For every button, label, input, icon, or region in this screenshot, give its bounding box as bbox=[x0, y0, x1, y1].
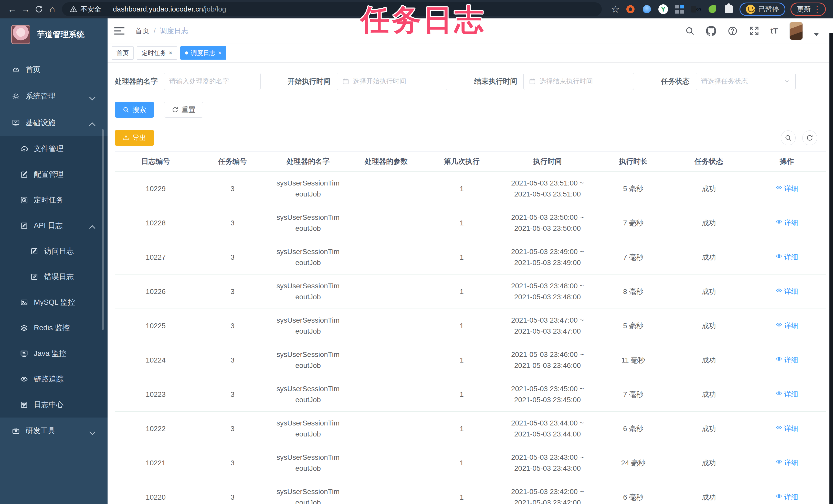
detail-link[interactable]: 详细 bbox=[776, 286, 798, 297]
help-icon[interactable] bbox=[728, 26, 738, 36]
detail-link[interactable]: 详细 bbox=[776, 355, 798, 366]
cell-status: 成功 bbox=[670, 411, 747, 446]
cell-job-id: 3 bbox=[197, 206, 268, 240]
export-button[interactable]: 导出 bbox=[115, 130, 154, 146]
filter-input[interactable] bbox=[169, 77, 255, 85]
filter-item: 处理器的名字 bbox=[115, 73, 261, 90]
forward-button[interactable]: → bbox=[19, 3, 32, 16]
filter-date-field[interactable] bbox=[337, 73, 447, 90]
sidebar-item-文件管理[interactable]: 文件管理 bbox=[0, 136, 108, 162]
reset-button[interactable]: 重置 bbox=[164, 102, 203, 118]
sidebar-item-MySQL-监控[interactable]: MySQL 监控 bbox=[0, 289, 108, 315]
reload-button[interactable] bbox=[32, 3, 46, 16]
detail-link[interactable]: 详细 bbox=[776, 252, 798, 263]
toggle-search-button[interactable] bbox=[781, 130, 795, 145]
sidebar-item-Redis-监控[interactable]: Redis 监控 bbox=[0, 315, 108, 341]
extension-icon[interactable]: Y bbox=[658, 4, 668, 14]
home-button[interactable]: ⌂ bbox=[46, 3, 59, 16]
profile-paused-chip[interactable]: 已暂停 bbox=[740, 3, 785, 16]
bookmark-star-icon[interactable]: ☆ bbox=[611, 4, 620, 15]
sidebar-toggle-icon[interactable] bbox=[114, 27, 124, 34]
cell-handler: sysUserSessionTimeoutJob bbox=[268, 308, 348, 343]
tab-定时任务[interactable]: 定时任务× bbox=[137, 46, 177, 59]
search-icon[interactable] bbox=[685, 26, 695, 36]
filter-input[interactable] bbox=[540, 77, 629, 85]
sidebar-item-首页[interactable]: 首页 bbox=[0, 56, 108, 83]
sidebar-item-系统管理[interactable]: 系统管理 bbox=[0, 83, 108, 109]
eye-icon bbox=[776, 355, 782, 366]
cell-param bbox=[348, 240, 425, 274]
sidebar-item-错误日志[interactable]: 错误日志 bbox=[0, 264, 108, 289]
address-bar[interactable]: 不安全 dashboard.yudao.iocoder.cn/job/log bbox=[62, 2, 602, 16]
cell-log-id: 10224 bbox=[115, 343, 197, 377]
font-size-icon[interactable]: tT bbox=[770, 27, 778, 35]
browser-update-button[interactable]: 更新 ⋮ bbox=[790, 3, 826, 16]
app-logo-row[interactable]: 芋道管理系统 bbox=[0, 19, 108, 51]
cell-job-id: 3 bbox=[197, 240, 268, 274]
cell-log-id: 10222 bbox=[115, 411, 197, 446]
extension-on-icon[interactable]: on bbox=[691, 4, 701, 14]
sidebar-item-定时任务[interactable]: 定时任务 bbox=[0, 187, 108, 213]
close-tab-icon[interactable]: × bbox=[169, 50, 172, 56]
detail-link[interactable]: 详细 bbox=[776, 183, 798, 194]
extensions-puzzle-icon[interactable] bbox=[724, 4, 734, 14]
close-tab-icon[interactable]: × bbox=[218, 50, 221, 56]
sidebar-item-链路追踪[interactable]: 链路追踪 bbox=[0, 367, 108, 392]
sidebar-scrollbar-thumb[interactable] bbox=[102, 129, 104, 330]
cell-status: 成功 bbox=[670, 206, 747, 240]
github-icon[interactable] bbox=[706, 26, 716, 36]
sidebar-item-label: 系统管理 bbox=[26, 91, 55, 101]
cell-log-id: 10221 bbox=[115, 446, 197, 480]
edit-icon bbox=[20, 170, 28, 179]
trace-eye-icon bbox=[20, 375, 28, 383]
avatar[interactable] bbox=[789, 22, 803, 40]
column-header: 执行时长 bbox=[596, 151, 670, 171]
filter-select-field[interactable] bbox=[696, 73, 795, 90]
detail-link[interactable]: 详细 bbox=[776, 458, 798, 469]
sidebar-item-Java-监控[interactable]: Java 监控 bbox=[0, 341, 108, 367]
tab-首页[interactable]: 首页 bbox=[112, 46, 134, 59]
search-button[interactable]: 搜索 bbox=[115, 102, 154, 118]
tab-label: 调度日志 bbox=[191, 49, 215, 57]
cell-actions: 详细 bbox=[747, 343, 826, 377]
cell-job-id: 3 bbox=[197, 343, 268, 377]
tab-调度日志[interactable]: 调度日志× bbox=[180, 46, 227, 59]
sidebar-item-配置管理[interactable]: 配置管理 bbox=[0, 162, 108, 187]
filter-date-field[interactable] bbox=[523, 73, 634, 90]
sidebar-item-label: MySQL 监控 bbox=[34, 297, 75, 307]
extension-icon[interactable] bbox=[625, 4, 635, 14]
sidebar-item-日志中心[interactable]: 日志中心 bbox=[0, 392, 108, 418]
sidebar-item-API-日志[interactable]: API 日志 bbox=[0, 213, 108, 238]
extension-icon[interactable] bbox=[708, 4, 717, 14]
cell-execute-time: 2021-05-03 23:51:00 ~2021-05-03 23:51:00 bbox=[499, 171, 596, 206]
sidebar-item-研发工具[interactable]: 研发工具 bbox=[0, 418, 108, 444]
cell-status: 成功 bbox=[670, 274, 747, 308]
breadcrumb-home[interactable]: 首页 bbox=[135, 26, 149, 36]
cell-job-id: 3 bbox=[197, 274, 268, 308]
extension-icon[interactable] bbox=[675, 4, 685, 14]
fullscreen-icon[interactable] bbox=[749, 26, 759, 36]
detail-link[interactable]: 详细 bbox=[776, 389, 798, 400]
filter-text-field[interactable] bbox=[164, 73, 261, 90]
infrastructure-icon bbox=[12, 119, 20, 127]
cell-log-id: 10226 bbox=[115, 274, 197, 308]
sidebar-item-label: 日志中心 bbox=[34, 400, 64, 410]
filter-input[interactable] bbox=[353, 77, 442, 85]
detail-link[interactable]: 详细 bbox=[776, 321, 798, 331]
extension-icon[interactable] bbox=[642, 4, 652, 14]
browser-menu-icon[interactable]: ⋮ bbox=[813, 5, 822, 14]
toolbox-icon bbox=[12, 427, 20, 435]
detail-link[interactable]: 详细 bbox=[776, 492, 798, 503]
filter-label: 结束执行时间 bbox=[474, 76, 517, 86]
detail-link[interactable]: 详细 bbox=[776, 423, 798, 434]
cell-job-id: 3 bbox=[197, 171, 268, 206]
chevron-down-icon[interactable] bbox=[814, 33, 819, 36]
refresh-button[interactable] bbox=[802, 130, 817, 145]
sidebar-item-访问日志[interactable]: 访问日志 bbox=[0, 238, 108, 264]
table-row: 102213sysUserSessionTimeoutJob12021-05-0… bbox=[115, 446, 826, 480]
back-button[interactable]: ← bbox=[6, 3, 19, 16]
page-scrollbar[interactable] bbox=[829, 33, 833, 504]
filter-input[interactable] bbox=[701, 77, 781, 85]
sidebar-item-基础设施[interactable]: 基础设施 bbox=[0, 109, 108, 136]
detail-link[interactable]: 详细 bbox=[776, 218, 798, 228]
